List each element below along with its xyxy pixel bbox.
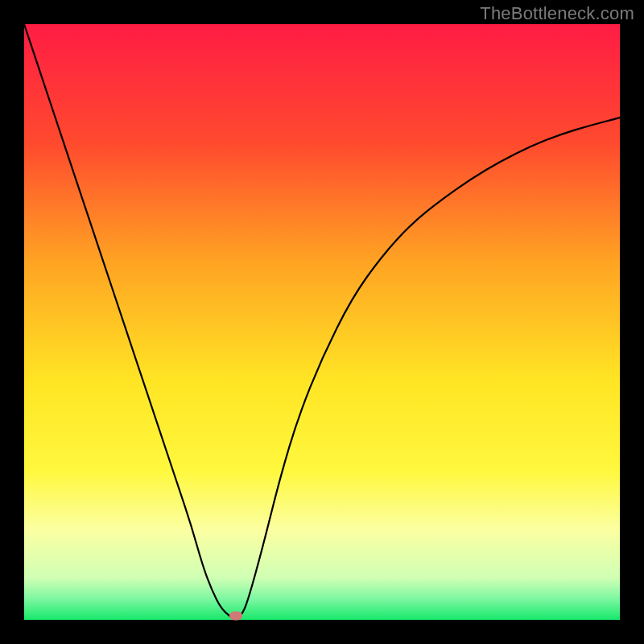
watermark-text: TheBottleneck.com <box>480 3 634 24</box>
minimum-marker <box>229 611 242 620</box>
chart-frame <box>24 24 620 620</box>
plot-svg <box>24 24 620 620</box>
gradient-background <box>24 24 620 620</box>
